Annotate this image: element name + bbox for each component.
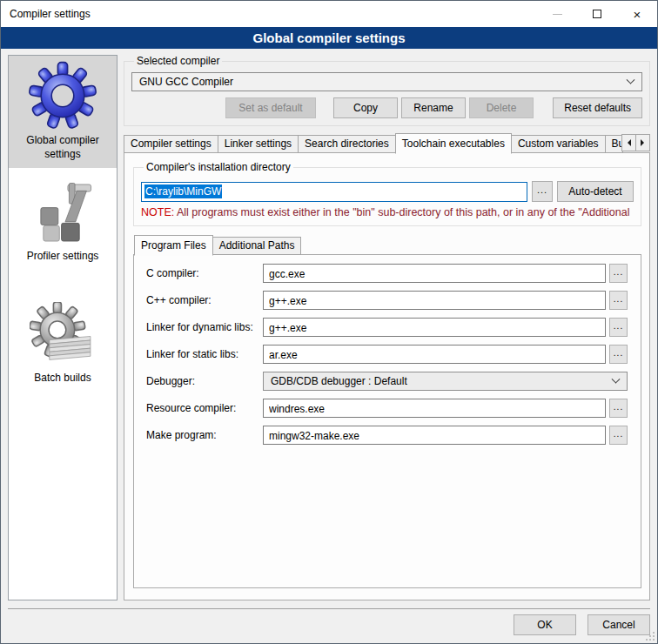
triangle-right-icon: [641, 139, 648, 146]
c-compiler-input[interactable]: [263, 264, 606, 283]
compiler-buttons-row: Set as default Copy Rename Delete Reset …: [131, 97, 642, 118]
selected-compiler-group-label: Selected compiler: [134, 55, 222, 67]
auto-detect-button[interactable]: Auto-detect: [557, 181, 634, 202]
titlebar: Compiler settings ×: [1, 1, 657, 27]
field-label: Linker for static libs:: [146, 348, 263, 360]
minimize-button: [537, 1, 577, 27]
dialog-footer: OK Cancel: [8, 608, 650, 643]
tab-linker-settings[interactable]: Linker settings: [218, 135, 299, 153]
tab-toolchain-executables[interactable]: Toolchain executables: [395, 133, 512, 154]
c-compiler-browse-button[interactable]: ...: [609, 264, 628, 283]
field-label: C++ compiler:: [146, 294, 263, 306]
field-label: Linker for dynamic libs:: [146, 321, 263, 333]
compiler-settings-dialog: Compiler settings × Global compiler sett…: [0, 0, 658, 644]
settings-category-list: Global compiler settings Profiler settin…: [8, 55, 118, 600]
make-program-browse-button[interactable]: ...: [609, 426, 628, 445]
linker-static-input[interactable]: [263, 345, 606, 364]
window-title: Compiler settings: [1, 8, 91, 20]
main-panel: Selected compiler GNU GCC Compiler Set a…: [124, 55, 650, 600]
note-text: All programs must exist either in the "b…: [174, 206, 629, 218]
tab-search-directories[interactable]: Search directories: [298, 135, 396, 153]
settings-tabstrip: Compiler settings Linker settings Search…: [124, 133, 650, 153]
tab-scroll-right-button[interactable]: [635, 134, 650, 151]
field-row-c-compiler: C compiler: ...: [146, 264, 628, 283]
chevron-down-icon: [627, 75, 635, 84]
close-button[interactable]: ×: [617, 1, 657, 27]
cancel-button[interactable]: Cancel: [588, 614, 650, 635]
ok-button[interactable]: OK: [514, 614, 576, 635]
resource-compiler-browse-button[interactable]: ...: [609, 399, 628, 418]
tab-additional-paths[interactable]: Additional Paths: [212, 237, 302, 255]
linker-dynamic-input[interactable]: [263, 318, 606, 337]
installation-directory-group: Compiler's installation directory C:\ray…: [133, 161, 641, 226]
cpp-compiler-input[interactable]: [263, 291, 606, 310]
dialog-content: Global compiler settings Profiler settin…: [1, 49, 657, 600]
debugger-select[interactable]: GDB/CDB debugger : Default: [263, 372, 628, 391]
rename-button[interactable]: Rename: [401, 97, 466, 118]
profiler-caliper-icon: [30, 182, 95, 246]
gray-gear-stack-icon: [30, 302, 96, 368]
cpp-compiler-browse-button[interactable]: ...: [609, 291, 628, 310]
tab-custom-variables[interactable]: Custom variables: [511, 135, 606, 153]
sidebar-item-label: Profiler settings: [27, 250, 99, 264]
dialog-banner: Global compiler settings: [1, 27, 657, 49]
window-controls: ×: [537, 1, 657, 27]
note-prefix: NOTE:: [141, 206, 174, 218]
field-label: C compiler:: [146, 267, 263, 279]
installation-directory-input[interactable]: C:\raylib\MinGW: [141, 182, 527, 202]
maximize-button[interactable]: [577, 1, 617, 27]
maximize-icon: [593, 10, 601, 18]
sidebar-item-batch-builds[interactable]: Batch builds: [9, 297, 117, 392]
program-files-tabstrip: Program Files Additional Paths: [133, 235, 641, 255]
field-row-resource-compiler: Resource compiler: ...: [146, 399, 628, 418]
selected-compiler-group: Selected compiler GNU GCC Compiler Set a…: [124, 55, 650, 126]
resource-compiler-input[interactable]: [263, 399, 606, 418]
set-as-default-button: Set as default: [225, 97, 316, 118]
program-files-page: C compiler: ... C++ compiler: ...: [133, 254, 641, 588]
debugger-select-value: GDB/CDB debugger : Default: [271, 375, 613, 387]
field-row-debugger: Debugger: GDB/CDB debugger : Default: [146, 372, 628, 391]
reset-defaults-button[interactable]: Reset defaults: [553, 97, 642, 118]
delete-button: Delete: [469, 97, 534, 118]
installation-directory-row: C:\raylib\MinGW ... Auto-detect: [141, 181, 634, 202]
sidebar-item-global-compiler-settings[interactable]: Global compiler settings: [9, 56, 117, 168]
field-label: Resource compiler:: [146, 402, 263, 414]
sidebar-item-label: Batch builds: [34, 372, 91, 386]
toolchain-executables-page: Compiler's installation directory C:\ray…: [124, 152, 650, 600]
compiler-select-value: GNU GCC Compiler: [139, 76, 628, 88]
sidebar-item-profiler-settings[interactable]: Profiler settings: [9, 177, 117, 271]
resize-grip[interactable]: [644, 630, 655, 641]
field-label: Debugger:: [146, 375, 263, 387]
tab-scroll-arrows: [622, 134, 650, 151]
tab-scroll-left-button[interactable]: [621, 134, 636, 151]
tab-compiler-settings[interactable]: Compiler settings: [124, 135, 218, 153]
field-row-make-program: Make program: ...: [146, 426, 628, 445]
compiler-select[interactable]: GNU GCC Compiler: [131, 72, 642, 91]
field-row-cpp-compiler: C++ compiler: ...: [146, 291, 628, 310]
copy-button[interactable]: Copy: [333, 97, 398, 118]
make-program-input[interactable]: [263, 426, 606, 445]
triangle-left-icon: [624, 139, 631, 146]
field-row-linker-dynamic: Linker for dynamic libs: ...: [146, 318, 628, 337]
banner-title: Global compiler settings: [252, 30, 405, 45]
installation-directory-note: NOTE: All programs must exist either in …: [141, 206, 634, 218]
field-row-linker-static: Linker for static libs: ...: [146, 345, 628, 364]
minimize-icon: [553, 14, 562, 15]
blue-gear-icon: [28, 61, 97, 131]
tab-program-files[interactable]: Program Files: [134, 235, 213, 256]
chevron-down-icon: [612, 374, 621, 383]
field-label: Make program:: [146, 429, 263, 441]
linker-static-browse-button[interactable]: ...: [609, 345, 628, 364]
linker-dynamic-browse-button[interactable]: ...: [609, 318, 628, 337]
installation-directory-group-label: Compiler's installation directory: [144, 161, 293, 173]
tab-build-options[interactable]: Build options: [605, 135, 623, 153]
close-icon: ×: [634, 8, 641, 21]
installation-directory-selected-text: C:\raylib\MinGW: [144, 184, 222, 198]
sidebar-item-label: Global compiler settings: [10, 134, 115, 161]
installation-directory-browse-button[interactable]: ...: [532, 181, 553, 202]
program-files-notebook: Program Files Additional Paths C compile…: [133, 235, 641, 588]
